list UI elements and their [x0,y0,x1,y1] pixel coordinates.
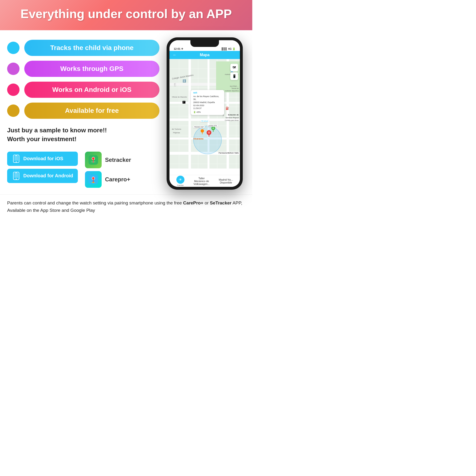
map-battery: 🔋 43% [193,111,222,114]
setracker-icon [85,152,102,168]
feature-row-free: Available for free [7,102,159,119]
phone-app-header: ← Mapa [170,51,240,59]
svg-point-10 [91,161,96,163]
cambio-label: Cambio [177,184,184,186]
download-android-button[interactable]: Download for Android [7,169,78,183]
back-arrow-icon[interactable]: ← [173,53,177,57]
phone-bottom-bar: 👁 Cambio Taller Mecánico de Volkswagen..… [170,175,240,187]
map-label-tienda: Tienda de [231,87,239,89]
cta-line2: Worth your investment! [7,135,159,143]
dot-free [7,104,19,117]
dot-gps [7,63,19,75]
map-label-nutric: NUTRIC... [230,85,239,87]
feature-pill-free: Available for free [24,102,159,119]
download-ios-button[interactable]: Download for iOS [7,152,78,166]
map-poi-park: 🅿 [183,101,186,104]
cta-text: Just buy a sample to know more!! Worth y… [7,126,159,143]
bottom-btn-cambio[interactable]: 👁 Cambio [176,176,185,186]
cambio-icon: 👁 [176,176,185,184]
svg-point-16 [208,131,210,134]
header-section: Everything under control by an APP [0,0,252,30]
phone-map: Wifi Av. de los Reyes Católicos, 36, 280… [170,59,240,169]
phone-signal: ▌▌▌ 4G 🔋 [222,47,236,51]
feature-row-gps: Works through GPS [7,61,159,77]
map-label-farmacia: Farmacia Bellver Valls [219,152,239,154]
phone-screen: 12:01 ✈ ▌▌▌ 4G 🔋 ← Mapa [170,40,240,187]
download-section: Download for iOS Download for Android [7,152,159,188]
setracker-name: Setracker [105,157,131,163]
phone-android-icon [12,171,20,180]
map-side-buttons: 🗺 📱 [230,64,238,80]
map-label-4: Filipinas [173,132,180,134]
svg-point-9 [92,157,95,160]
bottom-btn-taller[interactable]: Taller Mecánico de Volkswagen... [193,177,210,186]
svg-point-2 [16,161,17,162]
svg-point-14 [91,182,95,183]
download-android-label: Download for Android [23,173,73,178]
main-content: Tracks the child via phone Works through… [0,30,252,194]
description-paragraph: Parents can control and change the watch… [7,200,245,214]
map-actual-label: Mi actual [200,120,209,122]
taller-label: Taller Mecánico de Volkswagen... [193,177,210,186]
svg-point-19 [201,129,204,133]
map-city: 28003 Madrid, España [193,101,222,104]
setracker-app-icon [88,155,98,165]
phone-ios-icon [12,154,20,163]
carepro-app-icon [88,175,98,184]
map-pin-orange [200,129,204,135]
download-buttons: Download for iOS Download for Android [7,152,78,183]
svg-rect-1 [14,156,18,161]
phone-side: 12:01 ✈ ▌▌▌ 4G 🔋 ← Mapa [164,37,245,190]
svg-point-18 [212,127,214,129]
features-side: Tracks the child via phone Works through… [7,37,159,190]
feature-pill-gps: Works through GPS [24,61,159,77]
bottom-btn-madrid[interactable]: Madrid No... Disponible [219,178,233,184]
phone-notch [190,40,219,47]
phone-app-title: Mapa [200,53,210,57]
map-label-servicio: Servicio Repsol [225,117,239,119]
map-phone-btn[interactable]: 📱 [230,72,238,80]
setracker-bold: SeTracker [210,200,232,205]
carepro-name: Carepro+ [105,176,130,183]
dot-platform [7,84,19,96]
cta-line1: Just buy a sample to know more!! [7,126,159,135]
description-text-3: APP, [232,200,242,205]
map-layer-btn[interactable]: 🗺 [230,64,238,71]
map-address: Av. de los Reyes Católicos, 36, [193,95,222,101]
map-pin-main [206,130,212,137]
download-ios-label: Download for iOS [23,156,63,161]
madrid-label: Madrid No... Disponible [219,178,233,184]
dot-track [7,42,19,54]
map-pedido-label: PEDIDO 687 [193,126,205,128]
map-label-comida: Comida para llevar [225,119,239,121]
map-pin-green [211,126,215,133]
phone-mockup: 12:01 ✈ ▌▌▌ 4G 🔋 ← Mapa [167,37,243,190]
carepro-bold: CarePro+ [183,200,203,205]
map-label-2: Oficial de Maestro [172,96,187,98]
svg-point-12 [92,177,95,180]
feature-pill-platform: Works on Android or iOS [24,82,159,98]
app-item-setracker[interactable]: Setracker [85,152,131,168]
map-label-alcaravea: Alcaravea [193,137,204,140]
feature-pill-track: Tracks the child via phone [24,40,159,56]
map-wifi-label: Wifi [193,91,222,95]
map-poi-info: ℹ️ [183,79,186,83]
feature-row-platform: Works on Android or iOS [7,82,159,98]
description-section: Parents can control and change the watch… [0,194,252,221]
map-info-popup: Wifi Av. de los Reyes Católicos, 36, 280… [191,90,224,115]
carepro-icon [85,171,102,188]
page-title: Everything under control by an APP [10,7,243,21]
app-item-carepro[interactable]: Carepro+ [85,171,131,188]
phone-time: 12:01 ✈ [174,47,183,51]
map-label-nutricion: nutrición deportiva [225,90,239,92]
description-line2: Available on the App Store and Google Pl… [7,208,95,213]
svg-point-6 [16,178,17,179]
description-text-1: Parents can control and change the watch… [7,200,183,205]
feature-row-track: Tracks the child via phone [7,40,159,56]
map-label-estacion: Estación de [228,114,239,116]
description-text-2: or [203,200,210,205]
map-pedido2-label: pedido 678 [207,125,218,127]
map-label-3: de Turismo [172,128,181,130]
svg-rect-7 [15,172,17,173]
map-time: 11:59:37 [193,107,222,110]
